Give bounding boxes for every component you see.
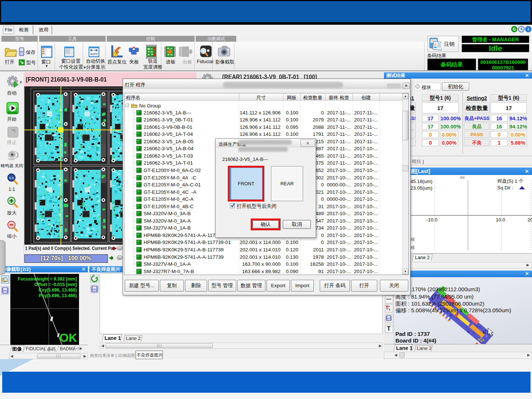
- svg-text:Pxy(5.696, 13.466): Pxy(5.696, 13.466): [39, 293, 77, 298]
- svg-text:i: i: [528, 27, 529, 31]
- svg-text:T: T: [387, 326, 391, 332]
- svg-text:OK: OK: [59, 331, 77, 344]
- svg-text:1:1: 1:1: [9, 176, 14, 180]
- svg-text:Offset = -0.015 [mm]: Offset = -0.015 [mm]: [34, 282, 77, 287]
- svg-text:FocusinHeight = 9.382 [mm]: FocusinHeight = 9.382 [mm]: [18, 276, 77, 282]
- svg-text:Cxy(5.696, 13.466): Cxy(5.696, 13.466): [39, 288, 77, 293]
- svg-text:G: G: [513, 27, 516, 31]
- svg-text:AUTO: AUTO: [90, 53, 98, 55]
